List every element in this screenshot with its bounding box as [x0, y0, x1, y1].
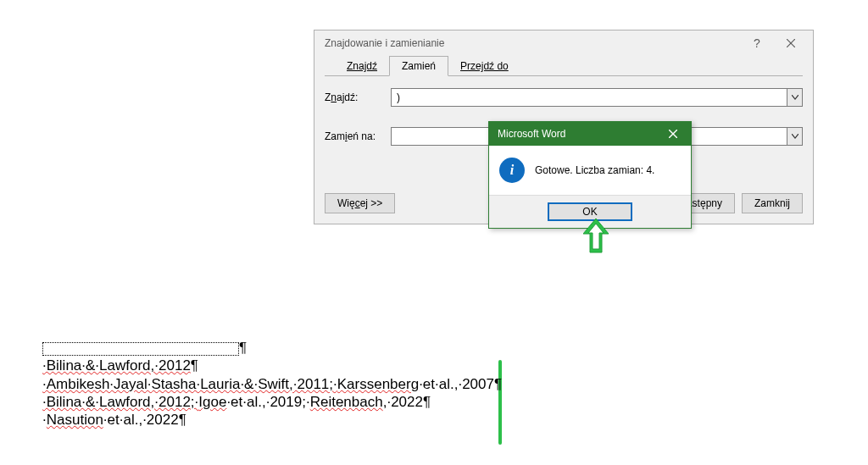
find-input[interactable]: [392, 89, 787, 106]
dialog-titlebar[interactable]: Znajdowanie i zamienianie ?: [314, 30, 813, 56]
doc-line-3: ·Bilina·&·Lawford,·2012;·Igoe·et·al.,·20…: [42, 393, 502, 411]
form-field-box[interactable]: [42, 342, 239, 356]
tab-replace[interactable]: Zamień: [389, 56, 448, 76]
find-label: Znajdź:: [325, 91, 391, 103]
close-button[interactable]: Zamknij: [742, 193, 803, 213]
find-combo[interactable]: [391, 88, 803, 107]
message-titlebar[interactable]: Microsoft Word: [489, 122, 691, 146]
message-box: Microsoft Word i Gotowe. Liczba zamian: …: [488, 121, 692, 229]
tab-strip: Znajdź Zamień Przejdź do: [325, 56, 803, 76]
tab-find[interactable]: Znajdź: [335, 57, 389, 75]
doc-line-4: ·Nasution·et·al.,·2022: [42, 411, 502, 429]
message-body: i Gotowe. Liczba zamian: 4.: [489, 146, 691, 195]
doc-line-1: ·Bilina·&·Lawford,·2012: [42, 357, 502, 374]
doc-form-field-line: [42, 339, 502, 357]
document-body[interactable]: ·Bilina·&·Lawford,·2012 ·Ambikesh·Jayal·…: [42, 339, 502, 429]
close-icon[interactable]: [774, 31, 808, 55]
pointer-arrow-icon: [583, 219, 609, 257]
doc-line-2: ·Ambikesh·Jayal·Stasha·Lauria·&·Swift,·2…: [42, 375, 502, 393]
message-text: Gotowe. Liczba zamian: 4.: [535, 164, 654, 176]
find-row: Znajdź:: [325, 88, 803, 107]
message-title: Microsoft Word: [498, 128, 659, 140]
info-icon: i: [499, 158, 525, 183]
replace-label: Zamień na:: [325, 130, 391, 142]
message-close-icon[interactable]: [659, 124, 687, 144]
tab-goto[interactable]: Przejdź do: [448, 57, 520, 75]
help-button[interactable]: ?: [740, 31, 774, 55]
find-dropdown-icon[interactable]: [787, 89, 802, 106]
replace-dropdown-icon[interactable]: [787, 128, 802, 145]
more-button[interactable]: Więcej >>: [325, 193, 395, 213]
dialog-title: Znajdowanie i zamienianie: [325, 37, 740, 49]
